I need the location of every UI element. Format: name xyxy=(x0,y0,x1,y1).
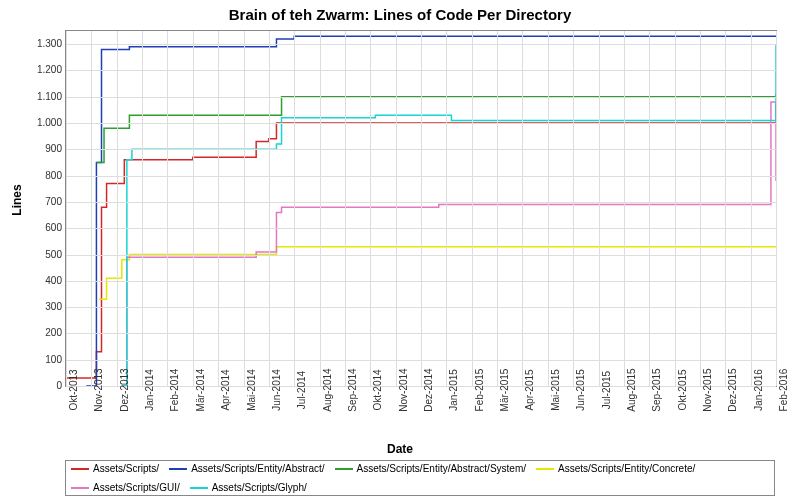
legend-item: Assets/Scripts/Entity/Concrete/ xyxy=(536,463,695,474)
y-tick: 100 xyxy=(22,353,62,364)
legend: Assets/Scripts/Assets/Scripts/Entity/Abs… xyxy=(65,460,775,496)
x-tick: Dez-2014 xyxy=(423,368,434,411)
y-tick: 1.000 xyxy=(22,117,62,128)
x-tick: Okt-2014 xyxy=(372,369,383,410)
legend-swatch xyxy=(71,487,89,489)
y-tick: 1.200 xyxy=(22,64,62,75)
x-tick: Nov-2013 xyxy=(93,368,104,411)
x-tick: Sep-2014 xyxy=(347,368,358,411)
legend-item: Assets/Scripts/Entity/Abstract/ xyxy=(169,463,324,474)
x-tick: Dez-2015 xyxy=(727,368,738,411)
x-tick: Aug-2015 xyxy=(626,368,637,411)
legend-item: Assets/Scripts/ xyxy=(71,463,159,474)
x-tick: Aug-2014 xyxy=(322,368,333,411)
plot-area xyxy=(65,30,777,387)
legend-swatch xyxy=(335,468,353,470)
x-tick: Mai-2014 xyxy=(246,369,257,411)
chart-container: Brain of teh Zwarm: Lines of Code Per Di… xyxy=(0,0,800,500)
legend-item: Assets/Scripts/GUI/ xyxy=(71,482,180,493)
x-tick: Jun-2014 xyxy=(271,369,282,411)
y-tick: 1.100 xyxy=(22,90,62,101)
x-tick: Dez-2013 xyxy=(119,368,130,411)
legend-swatch xyxy=(190,487,208,489)
x-tick: Jul-2015 xyxy=(601,371,612,409)
x-tick: Jul-2014 xyxy=(296,371,307,409)
series-line xyxy=(122,102,776,386)
x-tick: Mai-2015 xyxy=(550,369,561,411)
legend-item: Assets/Scripts/Glyph/ xyxy=(190,482,307,493)
series-line xyxy=(122,44,776,386)
legend-label: Assets/Scripts/Entity/Concrete/ xyxy=(558,463,695,474)
x-tick: Jan-2014 xyxy=(144,369,155,411)
x-tick: Jan-2015 xyxy=(448,369,459,411)
y-tick: 200 xyxy=(22,327,62,338)
x-tick: Jan-2016 xyxy=(753,369,764,411)
y-tick: 400 xyxy=(22,274,62,285)
y-tick: 600 xyxy=(22,222,62,233)
x-tick: Feb-2014 xyxy=(169,369,180,412)
x-tick: Jun-2015 xyxy=(575,369,586,411)
legend-swatch xyxy=(71,468,89,470)
x-axis-label: Date xyxy=(0,442,800,456)
y-tick: 800 xyxy=(22,169,62,180)
y-tick: 700 xyxy=(22,195,62,206)
legend-label: Assets/Scripts/ xyxy=(93,463,159,474)
legend-label: Assets/Scripts/Entity/Abstract/ xyxy=(191,463,324,474)
legend-item: Assets/Scripts/Entity/Abstract/System/ xyxy=(335,463,527,474)
x-tick: Sep-2015 xyxy=(651,368,662,411)
y-tick: 300 xyxy=(22,301,62,312)
y-tick: 500 xyxy=(22,248,62,259)
legend-swatch xyxy=(536,468,554,470)
chart-title: Brain of teh Zwarm: Lines of Code Per Di… xyxy=(0,6,800,23)
legend-swatch xyxy=(169,468,187,470)
x-tick: Mär-2015 xyxy=(499,369,510,412)
x-tick: Mär-2014 xyxy=(195,369,206,412)
x-tick: Apr-2015 xyxy=(524,369,535,410)
x-tick: Nov-2014 xyxy=(398,368,409,411)
x-tick: Feb-2015 xyxy=(474,369,485,412)
legend-label: Assets/Scripts/GUI/ xyxy=(93,482,180,493)
x-tick: Apr-2014 xyxy=(220,369,231,410)
y-tick: 0 xyxy=(22,380,62,391)
x-tick: Okt-2013 xyxy=(68,369,79,410)
y-tick: 900 xyxy=(22,143,62,154)
x-tick: Okt-2015 xyxy=(677,369,688,410)
legend-label: Assets/Scripts/Glyph/ xyxy=(212,482,307,493)
legend-label: Assets/Scripts/Entity/Abstract/System/ xyxy=(357,463,527,474)
x-tick: Feb-2016 xyxy=(778,369,789,412)
x-tick: Nov-2015 xyxy=(702,368,713,411)
y-tick: 1.300 xyxy=(22,38,62,49)
